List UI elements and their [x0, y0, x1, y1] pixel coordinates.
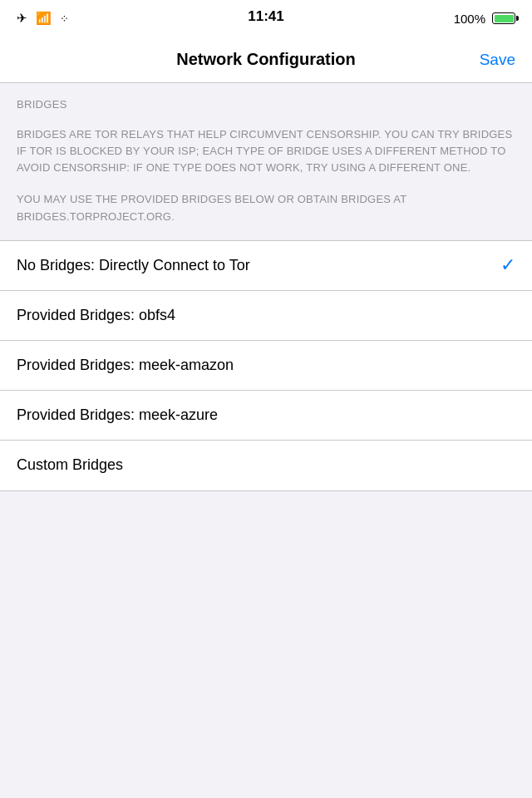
status-bar: ✈ 📶 ⁘ 11:41 100% [0, 0, 532, 37]
battery-fill [495, 15, 514, 22]
status-left-icons: ✈ 📶 ⁘ [17, 11, 68, 26]
checkmark-no-bridges: ✓ [500, 254, 515, 276]
signal-icon: ⁘ [60, 12, 68, 25]
wifi-icon: 📶 [36, 11, 52, 26]
battery-percent: 100% [454, 12, 485, 26]
bridge-option-meek-azure-label: Provided Bridges: meek-azure [17, 406, 218, 424]
bridge-option-no-bridges[interactable]: No Bridges: Directly Connect to Tor ✓ [0, 241, 532, 291]
bridge-option-obfs4[interactable]: Provided Bridges: obfs4 [0, 291, 532, 341]
description-paragraph-1: BRIDGES ARE TOR RELAYS THAT HELP CIRCUMV… [17, 126, 515, 176]
bridge-option-obfs4-label: Provided Bridges: obfs4 [17, 307, 175, 324]
bridge-options-list: No Bridges: Directly Connect to Tor ✓ Pr… [0, 240, 532, 491]
bridge-option-meek-azure[interactable]: Provided Bridges: meek-azure [0, 391, 532, 441]
battery-icon [492, 12, 515, 24]
airplane-icon: ✈ [17, 11, 27, 26]
bridge-option-no-bridges-label: No Bridges: Directly Connect to Tor [17, 257, 250, 274]
bridge-option-meek-amazon[interactable]: Provided Bridges: meek-amazon [0, 341, 532, 391]
section-header-label: BRIDGES [17, 98, 67, 111]
bridge-option-meek-amazon-label: Provided Bridges: meek-amazon [17, 357, 234, 374]
bridges-description: BRIDGES ARE TOR RELAYS THAT HELP CIRCUMV… [0, 118, 532, 240]
save-button[interactable]: Save [480, 51, 515, 69]
page-title: Network Configuration [176, 50, 356, 69]
bridge-option-custom-bridges[interactable]: Custom Bridges [0, 441, 532, 490]
status-right: 100% [454, 12, 515, 26]
status-time: 11:41 [248, 8, 283, 25]
bridges-section-header: BRIDGES [0, 83, 532, 118]
nav-bar: Network Configuration Save [0, 37, 532, 83]
description-paragraph-2: YOU MAY USE THE PROVIDED BRIDGES BELOW O… [17, 191, 515, 224]
bridge-option-custom-bridges-label: Custom Bridges [17, 456, 123, 474]
